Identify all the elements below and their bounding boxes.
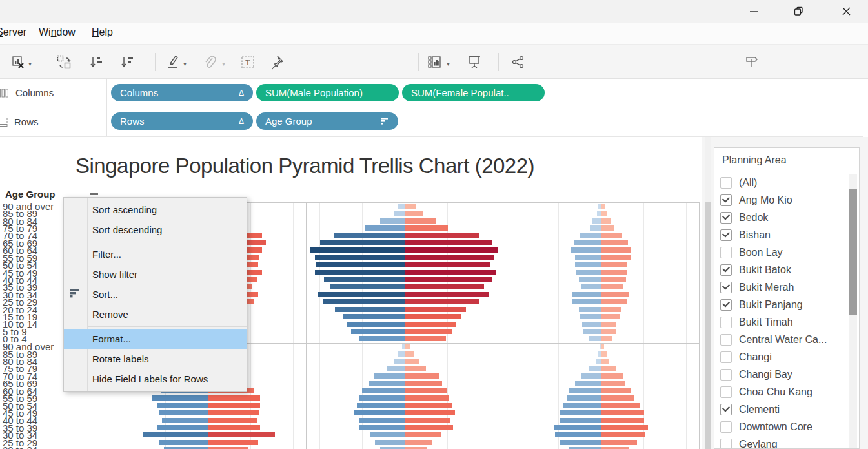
female-bar[interactable] <box>601 388 631 393</box>
filter-item-geylang[interactable]: Geylang <box>714 435 843 449</box>
male-bar[interactable] <box>359 418 405 423</box>
context-menu-item-sort-[interactable]: Sort... <box>64 284 247 304</box>
female-bar[interactable] <box>601 299 627 304</box>
male-bar[interactable] <box>370 432 405 437</box>
share-icon[interactable] <box>510 54 527 70</box>
male-bar[interactable] <box>162 418 208 423</box>
highlight-caret-icon[interactable]: ▾ <box>183 60 187 67</box>
filter-item-bedok[interactable]: Bedok <box>714 209 843 226</box>
male-bar[interactable] <box>330 284 405 289</box>
context-menu-item-hide-field-labels-for-rows[interactable]: Hide Field Labels for Rows <box>64 369 247 389</box>
female-bar[interactable] <box>405 255 494 260</box>
male-bar[interactable] <box>560 418 601 423</box>
female-bar[interactable] <box>405 344 410 349</box>
pin-icon[interactable] <box>268 54 285 70</box>
male-bar[interactable] <box>375 440 405 445</box>
female-bar[interactable] <box>208 418 257 423</box>
female-bar[interactable] <box>405 322 456 327</box>
filter-item-bukit-timah[interactable]: Bukit Timah <box>714 313 843 331</box>
female-bar[interactable] <box>405 432 441 437</box>
context-menu-item-filter-[interactable]: Filter... <box>64 244 247 264</box>
female-bar[interactable] <box>405 277 492 282</box>
minimize-button[interactable] <box>739 0 769 23</box>
female-bar[interactable] <box>208 425 260 430</box>
male-bar[interactable] <box>571 247 601 253</box>
checkbox-unchecked[interactable] <box>720 351 732 363</box>
male-bar[interactable] <box>359 395 405 401</box>
male-bar[interactable] <box>580 233 601 238</box>
male-bar[interactable] <box>575 381 601 386</box>
male-bar[interactable] <box>575 262 601 267</box>
male-bar[interactable] <box>159 440 208 445</box>
male-bar[interactable] <box>576 270 601 275</box>
paperclip-icon[interactable] <box>201 54 218 70</box>
female-bar[interactable] <box>208 395 260 401</box>
pill-age-group[interactable]: Age Group <box>256 112 398 130</box>
female-bar[interactable] <box>601 381 625 386</box>
female-bar[interactable] <box>405 225 448 231</box>
male-bar[interactable] <box>597 211 601 216</box>
checkbox-unchecked[interactable] <box>720 334 732 346</box>
female-bar[interactable] <box>208 432 275 437</box>
male-bar[interactable] <box>394 359 405 364</box>
male-bar[interactable] <box>316 262 405 267</box>
male-bar[interactable] <box>581 373 601 379</box>
female-bar[interactable] <box>601 270 627 275</box>
text-label-icon[interactable]: T <box>239 54 256 70</box>
pill-sum-male-population-[interactable]: SUM(Male Population) <box>256 84 399 101</box>
filter-item-choa-chu-kang[interactable]: Choa Chu Kang <box>714 383 843 401</box>
male-bar[interactable] <box>572 292 601 297</box>
menu-server[interactable]: Server <box>0 26 26 38</box>
male-bar[interactable] <box>310 247 405 253</box>
female-bar[interactable] <box>601 410 644 415</box>
male-bar[interactable] <box>394 211 405 216</box>
male-bar[interactable] <box>157 403 208 408</box>
checkbox-unchecked[interactable] <box>720 386 732 398</box>
pill-sum-female-populat-[interactable]: SUM(Female Populat.. <box>402 84 545 101</box>
female-bar[interactable] <box>405 418 450 423</box>
female-bar[interactable] <box>601 247 631 253</box>
female-bar[interactable] <box>601 233 622 238</box>
male-bar[interactable] <box>560 440 601 445</box>
male-bar[interactable] <box>351 329 405 334</box>
female-bar[interactable] <box>601 329 616 334</box>
presentation-mode-icon[interactable] <box>466 54 483 70</box>
male-bar[interactable] <box>572 299 601 304</box>
context-menu-item-show-filter[interactable]: Show filter <box>64 264 247 284</box>
show-cards-caret-icon[interactable]: ▾ <box>447 60 450 67</box>
rows-shelf[interactable]: Rows RowsΔAge Group <box>0 107 863 137</box>
male-bar[interactable] <box>315 255 405 260</box>
female-bar[interactable] <box>601 432 645 437</box>
female-bar[interactable] <box>405 204 416 209</box>
menu-help[interactable]: Help <box>92 26 113 38</box>
male-bar[interactable] <box>365 225 405 231</box>
filter-item-bukit-merah[interactable]: Bukit Merah <box>714 278 843 296</box>
female-bar[interactable] <box>405 388 447 393</box>
female-bar[interactable] <box>601 292 629 297</box>
female-bar[interactable] <box>405 240 492 245</box>
male-bar[interactable] <box>555 432 601 437</box>
checkbox-unchecked[interactable] <box>720 247 732 258</box>
male-bar[interactable] <box>323 299 405 304</box>
female-bar[interactable] <box>405 270 496 275</box>
menu-window[interactable]: Window <box>39 26 76 38</box>
checkbox-unchecked[interactable] <box>720 317 732 328</box>
sort-descending-icon[interactable] <box>119 54 136 70</box>
male-bar[interactable] <box>575 255 601 260</box>
filter-item-changi-bay[interactable]: Changi Bay <box>714 366 843 383</box>
female-bar[interactable] <box>405 262 490 267</box>
filter-item-bukit-batok[interactable]: Bukit Batok <box>714 261 843 278</box>
filter-item-changi[interactable]: Changi <box>714 348 843 366</box>
male-bar[interactable] <box>569 388 601 393</box>
female-bar[interactable] <box>405 425 453 430</box>
female-bar[interactable] <box>601 225 614 231</box>
female-bar[interactable] <box>601 211 607 216</box>
checkbox-checked[interactable] <box>720 404 732 415</box>
male-bar[interactable] <box>579 307 601 312</box>
filter-item-central-water-ca-[interactable]: Central Water Ca... <box>714 331 843 348</box>
female-bar[interactable] <box>405 307 466 312</box>
female-bar[interactable] <box>405 359 419 364</box>
male-bar[interactable] <box>579 277 601 282</box>
swap-rows-columns-icon[interactable] <box>56 54 72 70</box>
male-bar[interactable] <box>567 395 601 401</box>
